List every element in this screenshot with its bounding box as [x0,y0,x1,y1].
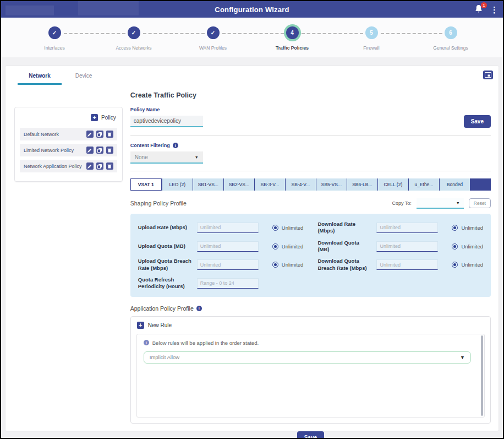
page-title: Create Traffic Policy [130,91,491,99]
step-traffic-policies[interactable]: 4 Traffic Policies [253,26,332,51]
radio-selected-icon [452,262,458,268]
window-title: Configuration Wizard [1,6,503,14]
wan-tab-overflow[interactable] [470,178,491,191]
application-profile-title: Application Policy Profile [130,305,194,312]
quota-refresh-input[interactable] [197,278,259,289]
download-quota-breach-unlimited-radio[interactable]: Unlimited [452,262,483,268]
step-number: 6 [445,26,457,39]
create-policy-form: Create Traffic Policy Policy Name Save C… [130,89,491,439]
upload-quota-breach-unlimited-radio[interactable]: Unlimited [272,262,304,268]
divider [130,135,491,136]
policy-list-column: + Policy Default Network Limited Network… [14,89,123,439]
field-label: Upload Quota (MB) [138,243,192,250]
content-filtering-select[interactable]: None ▼ [130,151,203,164]
edit-policy-button[interactable] [86,131,94,138]
step-interfaces[interactable]: ✓ Interfaces [15,26,94,51]
upload-quota-field: Upload Quota (MB) Unlimited [138,240,304,253]
picture-in-picture-button[interactable] [483,71,493,79]
wan-tab-sb1[interactable]: SB1-VS... [193,178,223,191]
download-quota-breach-field: Download Quota Breach Rate (Mbps) Unlimi… [317,258,483,272]
policy-name-input[interactable] [130,116,203,127]
wan-tab-bonded[interactable]: Bonded [439,178,470,191]
new-rule-button[interactable]: + New Rule [131,317,490,333]
policy-list-item[interactable]: Limited Network Policy [20,144,117,156]
save-traffic-policy-button[interactable]: Save [297,431,324,439]
wan-tab-sb3[interactable]: SB-3-V... [254,178,285,191]
save-policy-button[interactable]: Save [464,115,491,128]
step-access-networks[interactable]: ✓ Access Networks [94,26,173,51]
upload-rate-field: Upload Rate (Mbps) Unlimited [138,221,304,235]
radio-selected-icon [452,243,458,250]
field-label: Upload Rate (Mbps) [138,224,192,231]
upload-quota-unlimited-radio[interactable]: Unlimited [272,243,304,250]
main-card: Network Device + Policy Default Net [6,66,498,431]
delete-policy-button[interactable] [106,162,113,170]
step-number: 4 [286,26,299,39]
top-bar: Configuration Wizard 1 ⋮ [1,1,503,18]
wan-tab-sb4[interactable]: SB-4-V... [285,178,316,191]
upload-quota-breach-input[interactable] [197,259,259,270]
wan-tab-cell[interactable]: CELL (2) [377,178,408,191]
policy-list-item[interactable]: Default Network [20,128,117,140]
wan-tab-strip: VSAT 1 LEO (2) SB1-VS... SB2-VS... SB-3-… [130,178,491,191]
info-icon: i [144,340,149,345]
wan-tab-sb5[interactable]: SB5-VS... [316,178,347,191]
duplicate-policy-button[interactable] [96,131,103,138]
delete-policy-button[interactable] [106,131,113,138]
step-firewall[interactable]: 5 Firewall [332,26,411,51]
upload-rate-unlimited-radio[interactable]: Unlimited [272,225,304,231]
download-rate-input[interactable] [376,223,438,233]
step-label: Traffic Policies [276,45,309,51]
wan-tab-sb2[interactable]: SB2-VS... [223,178,254,191]
download-quota-breach-input[interactable] [376,259,438,270]
duplicate-policy-button[interactable] [96,162,103,170]
copy-to-select[interactable]: ▼ [417,198,464,209]
upload-rate-input[interactable] [197,223,259,233]
policy-name: Limited Network Policy [24,148,74,153]
reset-button[interactable]: Reset [469,198,491,208]
info-icon[interactable]: i [196,306,202,311]
wan-tab-sb6[interactable]: SB6-LB... [347,178,377,191]
upload-quota-input[interactable] [197,241,259,252]
wan-tab-leo[interactable]: LEO (2) [162,178,193,191]
step-general-settings[interactable]: 6 General Settings [411,26,490,51]
add-policy-button[interactable]: + Policy [20,114,116,121]
content-filtering-label: Content Filtering [130,143,170,148]
application-rules-card: + New Rule i Below rules will be applied… [130,316,491,424]
implicit-rule-select[interactable]: Implicit Allow ▼ [144,351,471,364]
field-label: Upload Quota Breach Rate (Mbps) [138,258,192,272]
pencil-icon [87,148,92,153]
radio-selected-icon [272,225,278,231]
edit-policy-button[interactable] [86,147,94,154]
delete-policy-button[interactable] [106,147,113,154]
chevron-down-icon: ▼ [460,355,465,360]
duplicate-policy-button[interactable] [96,147,103,154]
download-rate-unlimited-radio[interactable]: Unlimited [452,225,483,231]
download-quota-input[interactable] [376,241,438,252]
quota-refresh-field: Quota Refresh Periodicity (Hours) [138,277,304,290]
tab-network[interactable]: Network [18,66,62,85]
policy-name-label: Policy Name [130,107,491,112]
notifications-button[interactable]: 1 [475,4,484,14]
wan-tab-vsat1[interactable]: VSAT 1 [130,178,162,191]
trash-icon [107,164,112,169]
download-quota-field: Download Quota (MB) Unlimited [317,240,483,253]
copy-icon [97,148,102,153]
content-filtering-value: None [135,154,148,160]
step-wan-profiles[interactable]: ✓ WAN Profiles [173,26,253,51]
policy-list-item[interactable]: Network Application Policy [20,160,117,172]
tab-device[interactable]: Device [62,66,106,85]
policy-name: Network Application Policy [24,164,82,169]
download-quota-unlimited-radio[interactable]: Unlimited [452,243,483,250]
field-label: Download Quota Breach Rate (Mbps) [317,258,371,272]
wan-tab-ethernet[interactable]: u_Ethe... [408,178,439,191]
check-icon: ✓ [48,26,61,39]
vertical-scrollbar[interactable] [481,335,483,416]
step-label: Firewall [363,45,379,51]
kebab-menu-icon[interactable]: ⋮ [490,6,498,14]
edit-policy-button[interactable] [86,162,94,170]
chevron-down-icon: ▼ [195,155,199,159]
step-label: Access Networks [116,45,151,51]
info-icon[interactable]: i [173,143,178,148]
step-label: WAN Profiles [199,45,227,51]
